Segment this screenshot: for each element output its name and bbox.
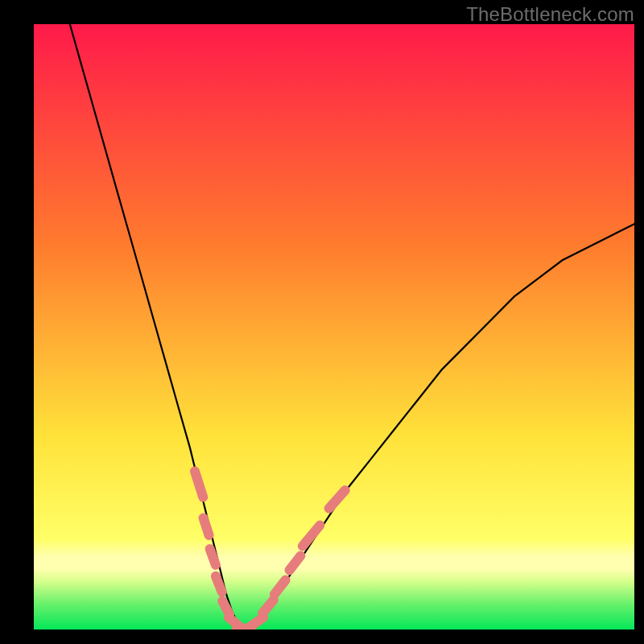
plot-area [34, 24, 634, 630]
chart-svg [34, 24, 634, 630]
marker-segment [204, 518, 209, 535]
marker-segment [222, 601, 229, 615]
chart-frame: TheBottleneck.com [0, 0, 644, 644]
watermark-text: TheBottleneck.com [466, 3, 634, 26]
marker-segment [216, 576, 222, 592]
marker-segment [210, 549, 216, 565]
gradient-background [34, 24, 634, 630]
